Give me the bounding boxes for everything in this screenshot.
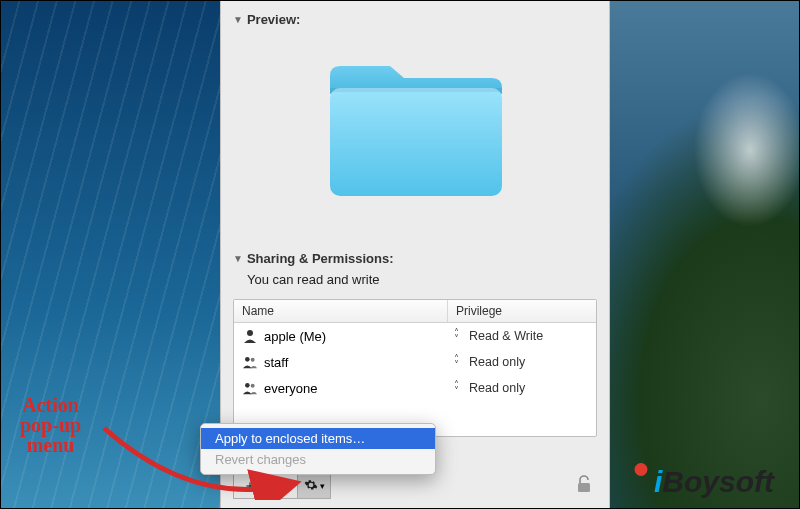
section-preview-label: Preview: xyxy=(247,12,300,27)
svg-point-3 xyxy=(245,357,250,362)
svg-point-6 xyxy=(251,384,255,388)
table-header: Name Privilege xyxy=(234,300,596,323)
section-preview-header[interactable]: ▼ Preview: xyxy=(233,6,597,27)
table-row[interactable]: apple (Me) ˄˅ Read & Write xyxy=(234,323,596,349)
svg-rect-7 xyxy=(578,483,590,492)
table-row[interactable]: staff ˄˅ Read only xyxy=(234,349,596,375)
annotation-label: Action pop-up menu xyxy=(20,395,81,455)
watermark-logo: ●iBoysoft xyxy=(636,465,774,499)
user-group-icon xyxy=(242,380,258,396)
column-header-name[interactable]: Name xyxy=(234,300,448,322)
preview-body xyxy=(233,27,597,235)
user-group-icon xyxy=(242,354,258,370)
dot-icon: ● xyxy=(632,451,650,485)
row-privilege: Read & Write xyxy=(469,329,543,343)
stepper-icon[interactable]: ˄˅ xyxy=(454,356,464,368)
row-privilege: Read only xyxy=(469,381,525,395)
user-single-icon xyxy=(242,328,258,344)
svg-rect-0 xyxy=(330,88,502,196)
chevron-down-icon: ▾ xyxy=(320,481,325,491)
svg-point-5 xyxy=(245,383,250,388)
stepper-icon[interactable]: ˄˅ xyxy=(454,330,464,342)
lock-icon[interactable] xyxy=(575,474,593,497)
row-name: apple (Me) xyxy=(264,329,326,344)
annotation-arrow-icon xyxy=(96,410,306,500)
section-sharing-header[interactable]: ▼ Sharing & Permissions: xyxy=(233,245,597,266)
disclosure-triangle-icon: ▼ xyxy=(233,253,243,264)
folder-icon xyxy=(322,56,508,206)
table-row[interactable]: everyone ˄˅ Read only xyxy=(234,375,596,401)
svg-rect-1 xyxy=(330,88,502,92)
row-name: everyone xyxy=(264,381,317,396)
svg-point-4 xyxy=(251,358,255,362)
section-preview: ▼ Preview: xyxy=(221,0,609,239)
svg-point-2 xyxy=(247,330,253,336)
section-sharing-label: Sharing & Permissions: xyxy=(247,251,394,266)
disclosure-triangle-icon: ▼ xyxy=(233,14,243,25)
stepper-icon[interactable]: ˄˅ xyxy=(454,382,464,394)
section-sharing: ▼ Sharing & Permissions: You can read an… xyxy=(221,239,609,299)
column-header-privilege[interactable]: Privilege xyxy=(448,300,596,322)
desktop-wallpaper-right xyxy=(610,0,800,509)
permissions-description: You can read and write xyxy=(233,266,597,295)
row-privilege: Read only xyxy=(469,355,525,369)
row-name: staff xyxy=(264,355,288,370)
